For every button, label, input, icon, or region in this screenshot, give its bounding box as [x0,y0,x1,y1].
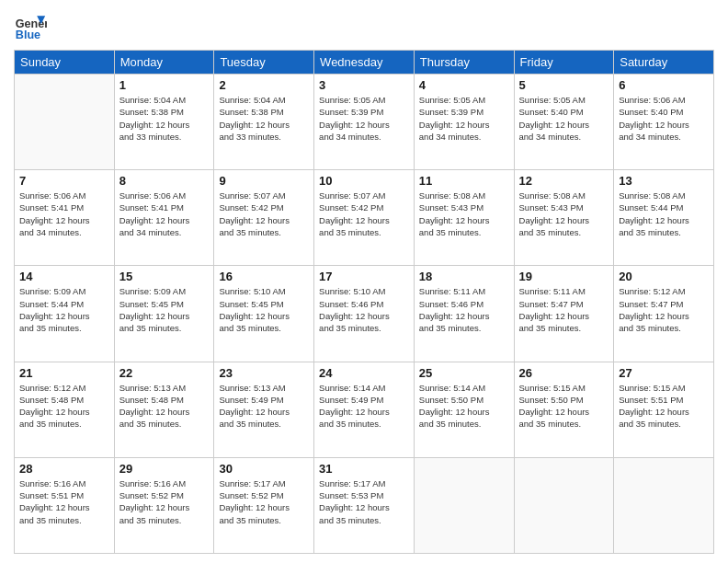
day-number: 30 [219,462,309,476]
calendar-cell: 12Sunrise: 5:08 AM Sunset: 5:43 PM Dayli… [514,170,614,266]
day-info: Sunrise: 5:06 AM Sunset: 5:41 PM Dayligh… [19,190,109,238]
calendar-cell: 17Sunrise: 5:10 AM Sunset: 5:46 PM Dayli… [314,266,415,362]
day-info: Sunrise: 5:16 AM Sunset: 5:51 PM Dayligh… [19,477,109,526]
calendar-cell [614,457,714,553]
day-number: 18 [419,270,509,283]
day-info: Sunrise: 5:17 AM Sunset: 5:52 PM Dayligh… [219,477,309,526]
day-info: Sunrise: 5:10 AM Sunset: 5:46 PM Dayligh… [319,285,409,334]
day-number: 16 [219,270,309,283]
calendar-cell [514,457,614,553]
calendar-cell: 28Sunrise: 5:16 AM Sunset: 5:51 PM Dayli… [15,457,115,553]
calendar-cell: 18Sunrise: 5:11 AM Sunset: 5:46 PM Dayli… [414,266,514,362]
calendar-cell: 7Sunrise: 5:06 AM Sunset: 5:41 PM Daylig… [15,170,115,266]
calendar-cell [15,75,115,170]
day-info: Sunrise: 5:11 AM Sunset: 5:47 PM Dayligh… [519,285,609,334]
day-number: 27 [619,366,709,380]
calendar-cell: 15Sunrise: 5:09 AM Sunset: 5:45 PM Dayli… [114,266,214,362]
calendar-day-header: Friday [514,51,614,75]
day-number: 21 [19,366,109,380]
calendar-cell: 31Sunrise: 5:17 AM Sunset: 5:53 PM Dayli… [314,457,415,553]
calendar-cell: 22Sunrise: 5:13 AM Sunset: 5:48 PM Dayli… [114,362,214,457]
calendar-table: SundayMondayTuesdayWednesdayThursdayFrid… [14,50,714,554]
calendar-cell: 20Sunrise: 5:12 AM Sunset: 5:47 PM Dayli… [614,266,714,362]
calendar-week-row: 1Sunrise: 5:04 AM Sunset: 5:38 PM Daylig… [15,75,714,170]
day-number: 20 [619,270,709,283]
calendar-cell [414,457,514,553]
calendar-cell: 11Sunrise: 5:08 AM Sunset: 5:43 PM Dayli… [414,170,514,266]
calendar-cell: 24Sunrise: 5:14 AM Sunset: 5:49 PM Dayli… [314,362,415,457]
day-info: Sunrise: 5:14 AM Sunset: 5:50 PM Dayligh… [419,382,509,431]
calendar-header-row: SundayMondayTuesdayWednesdayThursdayFrid… [15,51,714,75]
day-number: 24 [319,366,409,380]
calendar-week-row: 28Sunrise: 5:16 AM Sunset: 5:51 PM Dayli… [15,457,714,553]
day-number: 10 [319,174,409,188]
day-number: 8 [119,174,210,188]
day-number: 31 [319,462,409,476]
day-number: 17 [319,270,409,283]
day-number: 6 [619,78,709,92]
day-info: Sunrise: 5:06 AM Sunset: 5:40 PM Dayligh… [619,94,709,143]
calendar-cell: 10Sunrise: 5:07 AM Sunset: 5:42 PM Dayli… [314,170,415,266]
day-number: 4 [419,78,509,92]
calendar-cell: 27Sunrise: 5:15 AM Sunset: 5:51 PM Dayli… [614,362,714,457]
day-info: Sunrise: 5:13 AM Sunset: 5:48 PM Dayligh… [119,382,210,431]
day-info: Sunrise: 5:09 AM Sunset: 5:44 PM Dayligh… [19,285,109,334]
day-number: 22 [119,366,210,380]
calendar-cell: 4Sunrise: 5:05 AM Sunset: 5:39 PM Daylig… [414,75,514,170]
day-info: Sunrise: 5:15 AM Sunset: 5:50 PM Dayligh… [519,382,609,431]
day-number: 28 [19,462,109,476]
calendar-day-header: Wednesday [314,51,415,75]
day-number: 19 [519,270,609,283]
day-info: Sunrise: 5:12 AM Sunset: 5:47 PM Dayligh… [619,285,709,334]
calendar-day-header: Tuesday [214,51,314,75]
day-info: Sunrise: 5:07 AM Sunset: 5:42 PM Dayligh… [319,190,409,238]
day-info: Sunrise: 5:17 AM Sunset: 5:53 PM Dayligh… [319,477,409,526]
day-info: Sunrise: 5:04 AM Sunset: 5:38 PM Dayligh… [219,94,309,143]
calendar-week-row: 7Sunrise: 5:06 AM Sunset: 5:41 PM Daylig… [15,170,714,266]
calendar-cell: 9Sunrise: 5:07 AM Sunset: 5:42 PM Daylig… [214,170,314,266]
calendar-cell: 8Sunrise: 5:06 AM Sunset: 5:41 PM Daylig… [114,170,214,266]
day-number: 5 [519,78,609,92]
calendar-cell: 25Sunrise: 5:14 AM Sunset: 5:50 PM Dayli… [414,362,514,457]
calendar-cell: 16Sunrise: 5:10 AM Sunset: 5:45 PM Dayli… [214,266,314,362]
day-info: Sunrise: 5:16 AM Sunset: 5:52 PM Dayligh… [119,477,210,526]
day-info: Sunrise: 5:08 AM Sunset: 5:43 PM Dayligh… [419,190,509,238]
day-number: 12 [519,174,609,188]
calendar-cell: 21Sunrise: 5:12 AM Sunset: 5:48 PM Dayli… [15,362,115,457]
calendar-page: General Blue SundayMondayTuesdayWednesda… [0,0,728,563]
calendar-cell: 5Sunrise: 5:05 AM Sunset: 5:40 PM Daylig… [514,75,614,170]
day-number: 9 [219,174,309,188]
day-info: Sunrise: 5:08 AM Sunset: 5:43 PM Dayligh… [519,190,609,238]
day-info: Sunrise: 5:13 AM Sunset: 5:49 PM Dayligh… [219,382,309,431]
day-info: Sunrise: 5:05 AM Sunset: 5:40 PM Dayligh… [519,94,609,143]
day-number: 2 [219,78,309,92]
day-info: Sunrise: 5:05 AM Sunset: 5:39 PM Dayligh… [319,94,409,143]
day-info: Sunrise: 5:15 AM Sunset: 5:51 PM Dayligh… [619,382,709,431]
calendar-cell: 6Sunrise: 5:06 AM Sunset: 5:40 PM Daylig… [614,75,714,170]
day-number: 29 [119,462,210,476]
calendar-day-header: Thursday [414,51,514,75]
day-number: 13 [619,174,709,188]
day-number: 14 [19,270,109,283]
day-number: 23 [219,366,309,380]
day-info: Sunrise: 5:05 AM Sunset: 5:39 PM Dayligh… [419,94,509,143]
day-number: 26 [519,366,609,380]
svg-text:Blue: Blue [16,29,40,41]
day-info: Sunrise: 5:09 AM Sunset: 5:45 PM Dayligh… [119,285,210,334]
calendar-day-header: Saturday [614,51,714,75]
day-info: Sunrise: 5:04 AM Sunset: 5:38 PM Dayligh… [119,94,210,143]
calendar-cell: 30Sunrise: 5:17 AM Sunset: 5:52 PM Dayli… [214,457,314,553]
day-number: 15 [119,270,210,283]
calendar-cell: 3Sunrise: 5:05 AM Sunset: 5:39 PM Daylig… [314,75,415,170]
logo: General Blue [14,9,51,42]
day-info: Sunrise: 5:06 AM Sunset: 5:41 PM Dayligh… [119,190,210,238]
day-info: Sunrise: 5:12 AM Sunset: 5:48 PM Dayligh… [19,382,109,431]
day-info: Sunrise: 5:11 AM Sunset: 5:46 PM Dayligh… [419,285,509,334]
calendar-cell: 1Sunrise: 5:04 AM Sunset: 5:38 PM Daylig… [114,75,214,170]
day-info: Sunrise: 5:08 AM Sunset: 5:44 PM Dayligh… [619,190,709,238]
calendar-cell: 14Sunrise: 5:09 AM Sunset: 5:44 PM Dayli… [15,266,115,362]
day-number: 7 [19,174,109,188]
calendar-cell: 19Sunrise: 5:11 AM Sunset: 5:47 PM Dayli… [514,266,614,362]
calendar-day-header: Monday [114,51,214,75]
day-info: Sunrise: 5:14 AM Sunset: 5:49 PM Dayligh… [319,382,409,431]
